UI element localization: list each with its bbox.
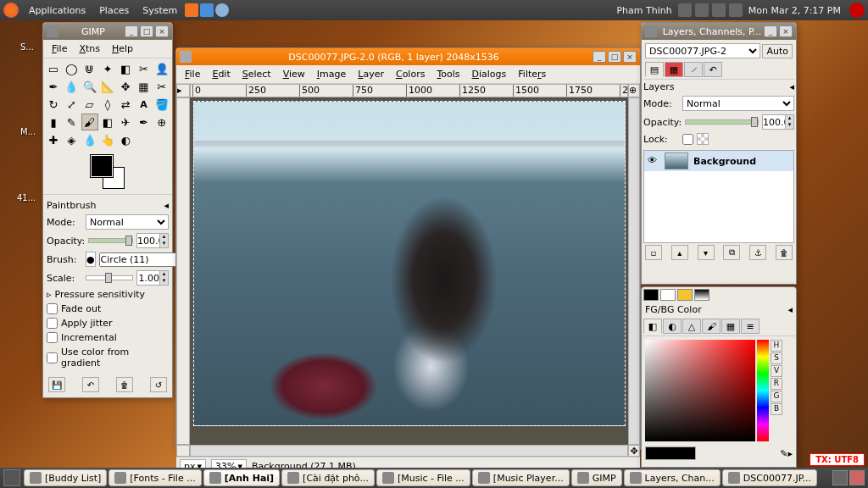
layer-thumbnail[interactable] bbox=[665, 152, 688, 169]
tool-options-menu-icon[interactable]: ◂ bbox=[164, 200, 169, 211]
tool-move[interactable]: ✥ bbox=[117, 78, 134, 95]
jitter-check[interactable] bbox=[47, 318, 58, 329]
img-maximize-button[interactable]: □ bbox=[608, 51, 621, 63]
tool-dodge[interactable]: ◐ bbox=[117, 131, 134, 148]
tool-paintbrush[interactable]: 🖌 bbox=[81, 114, 98, 130]
img-menu-image[interactable]: Image bbox=[312, 67, 351, 81]
maximize-button[interactable]: □ bbox=[140, 25, 153, 37]
taskbar-cai-dat[interactable]: [Cài đặt phô... bbox=[281, 469, 375, 486]
taskbar-dsc[interactable]: DSC00077.JP... bbox=[722, 469, 817, 486]
layers-titlebar[interactable]: Layers, Channels, P... _ × bbox=[642, 23, 796, 40]
nav-icon[interactable]: ✥ bbox=[628, 445, 640, 457]
input-method-indicator[interactable]: TX: UTF8 bbox=[810, 453, 865, 466]
tool-perspective[interactable]: ◊ bbox=[99, 96, 116, 113]
taskbar-music-file[interactable]: [Music - File ... bbox=[376, 469, 470, 486]
user-label[interactable]: Pham Thinh bbox=[613, 3, 675, 18]
volume-icon[interactable] bbox=[712, 3, 726, 17]
tool-eraser[interactable]: ◧ bbox=[99, 114, 116, 130]
channel-r[interactable]: R bbox=[771, 378, 782, 390]
lower-layer-button[interactable]: ▾ bbox=[698, 245, 715, 260]
toolbox-titlebar[interactable]: GIMP _ □ × bbox=[43, 23, 172, 40]
fadeout-check[interactable] bbox=[47, 303, 58, 314]
anchor-layer-button[interactable]: ⚓ bbox=[749, 245, 766, 260]
fg-color-swatch[interactable] bbox=[91, 155, 113, 177]
duplicate-layer-button[interactable]: ⧉ bbox=[723, 245, 740, 260]
taskbar-music-player[interactable]: [Music Player... bbox=[472, 469, 570, 486]
add-color-icon[interactable]: ✎▸ bbox=[780, 448, 793, 459]
tool-perspective-clone[interactable]: ◈ bbox=[63, 131, 80, 148]
applications-menu[interactable]: Applications bbox=[22, 3, 92, 18]
tool-blur[interactable]: 💧 bbox=[81, 131, 98, 148]
tool-by-color[interactable]: ◧ bbox=[117, 60, 134, 77]
ruler-vertical[interactable] bbox=[176, 97, 190, 445]
scale-slider[interactable] bbox=[86, 275, 133, 280]
tray-icon-1[interactable] bbox=[678, 3, 692, 17]
channel-v[interactable]: V bbox=[771, 365, 782, 377]
tool-crop[interactable]: ✂ bbox=[153, 78, 170, 95]
image-select[interactable]: DSC00077.JPG-2 bbox=[645, 43, 760, 58]
opt-reset-button[interactable]: ↺ bbox=[150, 377, 167, 392]
color-tab-triangle[interactable]: △ bbox=[682, 319, 701, 334]
taskbar-buddy-list[interactable]: [Buddy List] bbox=[24, 469, 107, 486]
tool-scissors[interactable]: ✂ bbox=[135, 60, 152, 77]
shutdown-icon[interactable] bbox=[849, 3, 865, 18]
scrollbar-horizontal[interactable] bbox=[190, 445, 628, 457]
canvas[interactable] bbox=[190, 97, 628, 445]
color-tab-scales[interactable]: ≡ bbox=[741, 319, 760, 334]
layer-list[interactable]: 👁 Background bbox=[643, 150, 794, 243]
image-titlebar[interactable]: DSC00077.JPG-2.0 (RGB, 1 layer) 2048x153… bbox=[176, 48, 640, 65]
tool-pencil[interactable]: ✎ bbox=[63, 114, 80, 130]
colors-menu-icon[interactable]: ◂ bbox=[787, 304, 793, 315]
img-menu-tools[interactable]: Tools bbox=[431, 67, 465, 81]
clock[interactable]: Mon Mar 2, 7:17 PM bbox=[745, 3, 844, 18]
delete-layer-button[interactable]: 🗑 bbox=[776, 245, 793, 260]
tab-layers[interactable]: ▤ bbox=[645, 62, 664, 77]
channel-s[interactable]: S bbox=[771, 352, 782, 364]
color-tab-gimp[interactable]: ◧ bbox=[643, 319, 662, 334]
color-tab-palette[interactable]: ▦ bbox=[721, 319, 740, 334]
close-button[interactable]: × bbox=[155, 25, 169, 37]
taskbar-gimp[interactable]: GIMP bbox=[571, 469, 622, 486]
img-menu-colors[interactable]: Colors bbox=[391, 67, 430, 81]
img-menu-dialogs[interactable]: Dialogs bbox=[467, 67, 512, 81]
menu-xtns[interactable]: Xtns bbox=[74, 42, 105, 56]
menu-help[interactable]: Help bbox=[107, 42, 138, 56]
menu-file[interactable]: File bbox=[47, 42, 72, 56]
tab-undo[interactable]: ↶ bbox=[704, 62, 722, 77]
tab-paths[interactable]: ⟋ bbox=[684, 62, 703, 77]
img-menu-layer[interactable]: Layer bbox=[353, 67, 389, 81]
system-menu[interactable]: System bbox=[136, 3, 184, 18]
tool-ellipse-select[interactable]: ◯ bbox=[63, 60, 80, 77]
taskbar-fonts[interactable]: [Fonts - File ... bbox=[108, 469, 201, 486]
color-gradient-square[interactable] bbox=[645, 340, 755, 441]
mail-icon[interactable] bbox=[200, 3, 214, 17]
layer-opacity-spin[interactable]: ▴▾ bbox=[762, 114, 794, 130]
opt-save-button[interactable]: 💾 bbox=[48, 377, 65, 392]
tab-channels[interactable]: ▦ bbox=[665, 62, 683, 77]
minimize-button[interactable]: _ bbox=[125, 25, 138, 37]
lock-alpha-check[interactable] bbox=[682, 134, 693, 145]
layer-item-background[interactable]: 👁 Background bbox=[644, 151, 793, 171]
ruler-end-icon[interactable]: ⊕ bbox=[628, 84, 640, 97]
tool-blend[interactable]: ▮ bbox=[45, 114, 62, 130]
tool-color-picker[interactable]: 💧 bbox=[63, 78, 80, 95]
layers-close-button[interactable]: × bbox=[779, 25, 793, 37]
raise-layer-button[interactable]: ▴ bbox=[671, 245, 688, 260]
tool-text[interactable]: A bbox=[135, 96, 152, 113]
tool-flip[interactable]: ⇄ bbox=[117, 96, 134, 113]
swatch-white[interactable] bbox=[660, 289, 676, 301]
tool-free-select[interactable]: ⋓ bbox=[81, 60, 98, 77]
eye-icon[interactable]: 👁 bbox=[648, 155, 659, 167]
show-desktop-button[interactable] bbox=[3, 469, 20, 486]
layers-minimize-button[interactable]: _ bbox=[764, 25, 777, 37]
workspace-switcher[interactable] bbox=[832, 470, 848, 485]
swatch-tab-gradients[interactable] bbox=[694, 289, 709, 301]
swatch-tab-brushes[interactable] bbox=[677, 289, 693, 301]
tray-icon-2[interactable] bbox=[729, 3, 743, 17]
ruler-corner[interactable]: ▸ bbox=[176, 84, 190, 97]
mode-select[interactable]: Normal bbox=[86, 214, 169, 230]
tool-paths[interactable]: ✒ bbox=[45, 78, 62, 95]
tool-smudge[interactable]: 👆 bbox=[99, 131, 116, 148]
ubuntu-logo-icon[interactable] bbox=[3, 3, 19, 18]
tool-scale[interactable]: ⤢ bbox=[63, 96, 80, 113]
